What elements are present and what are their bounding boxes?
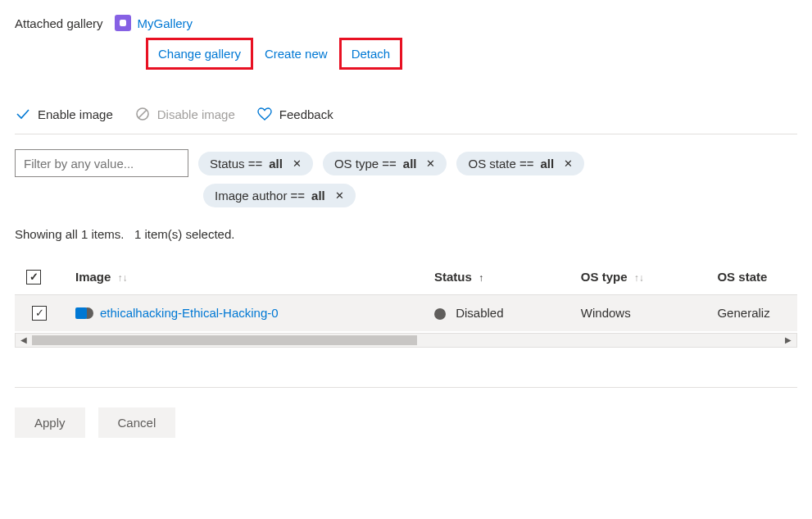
col-ostype[interactable]: OS type ↑↓ [569,259,706,294]
feedback-label: Feedback [279,107,333,121]
filter-pill-osstate[interactable]: OS state == all ✕ [456,152,584,175]
heart-icon [256,106,273,122]
ban-icon [134,106,151,122]
image-icon [75,305,92,321]
scrollbar-thumb[interactable] [32,335,417,345]
row-checkbox[interactable] [32,306,47,321]
filter-osstate-value: all [541,157,555,171]
col-ostype-label: OS type [581,270,628,284]
close-icon[interactable]: ✕ [332,189,344,202]
change-gallery-button[interactable]: Change gallery [158,47,241,61]
highlight-change-gallery: Change gallery [146,38,253,70]
filter-status-label: Status == [210,157,262,171]
sort-icon: ↑↓ [118,272,128,284]
image-name-link[interactable]: ethicalhacking-Ethical-Hacking-0 [100,306,279,320]
apply-button[interactable]: Apply [15,407,85,438]
check-icon [15,106,31,122]
col-status-label: Status [434,270,472,284]
horizontal-scrollbar[interactable]: ◀ ▶ [15,333,797,348]
filter-ostype-label: OS type == [334,157,397,171]
cancel-button[interactable]: Cancel [98,407,176,438]
status-dot-icon [434,308,446,320]
create-new-button[interactable]: Create new [261,40,331,67]
scroll-right-icon[interactable]: ▶ [782,335,795,344]
filter-ostype-value: all [403,157,417,171]
svg-line-1 [138,110,147,118]
row-osstate: Generaliz [705,294,797,331]
table-row[interactable]: ethicalhacking-Ethical-Hacking-0 Disable… [15,294,797,331]
col-osstate[interactable]: OS state [705,259,797,294]
filter-pill-ostype[interactable]: OS type == all ✕ [323,152,447,175]
select-all-checkbox[interactable] [26,270,41,285]
enable-image-label: Enable image [38,107,113,121]
filter-pill-status[interactable]: Status == all ✕ [198,152,313,175]
detach-button[interactable]: Detach [352,47,391,61]
showing-count: Showing all 1 items. [15,227,124,241]
row-status: Disabled [456,306,503,320]
sort-asc-icon: ↑ [479,272,483,284]
col-status[interactable]: Status ↑ [423,259,569,294]
highlight-detach: Detach [339,38,403,70]
gallery-icon [115,15,131,31]
filter-input[interactable] [15,149,188,177]
gallery-name-link[interactable]: MyGallery [138,16,193,30]
enable-image-button[interactable]: Enable image [15,106,113,122]
sort-icon: ↑↓ [634,272,644,284]
filter-osstate-label: OS state == [468,157,533,171]
scroll-left-icon[interactable]: ◀ [17,335,30,344]
filter-author-value: all [311,189,325,203]
filter-pill-author[interactable]: Image author == all ✕ [203,184,356,207]
col-osstate-label: OS state [717,270,767,284]
row-ostype: Windows [569,294,706,331]
col-image-label: Image [75,270,111,284]
filter-status-value: all [269,157,283,171]
selected-count: 1 item(s) selected. [134,227,235,241]
close-icon[interactable]: ✕ [560,157,573,170]
col-image[interactable]: Image ↑↓ [64,259,423,294]
disable-image-button: Disable image [134,106,235,122]
close-icon[interactable]: ✕ [289,157,302,170]
close-icon[interactable]: ✕ [423,157,435,170]
attached-gallery-label: Attached gallery [15,16,103,30]
disable-image-label: Disable image [157,107,235,121]
feedback-button[interactable]: Feedback [256,106,333,122]
filter-author-label: Image author == [215,189,305,203]
